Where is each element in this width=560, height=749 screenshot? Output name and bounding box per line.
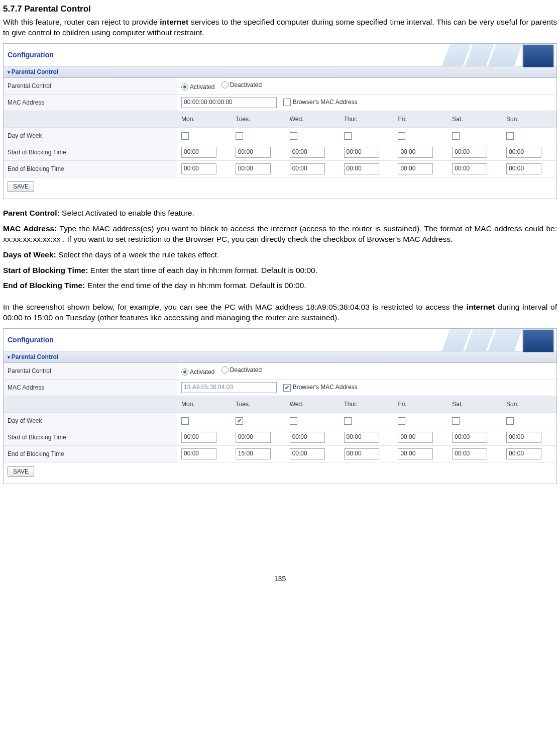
end-tue[interactable]: 00:00	[236, 163, 271, 174]
mac-input[interactable]: 18:A9:05:38:04:03	[181, 382, 277, 393]
radio-activated[interactable]: Activated	[181, 368, 214, 376]
dow-check-fri[interactable]	[398, 132, 405, 140]
start-thu[interactable]: 00:00	[344, 432, 379, 443]
row-label-end: End of Blocking Time	[4, 446, 177, 462]
end-mon[interactable]: 00:00	[181, 448, 216, 459]
dow-check-fri[interactable]	[398, 417, 405, 425]
end-sat[interactable]: 00:00	[452, 163, 487, 174]
browser-mac-checkbox[interactable]	[283, 99, 291, 106]
start-sat[interactable]: 00:00	[452, 147, 487, 158]
end-sat[interactable]: 00:00	[452, 448, 487, 459]
start-sun[interactable]: 00:00	[506, 432, 541, 443]
para-start-label: Start of Blocking Time:	[3, 266, 88, 274]
dow-check-mon[interactable]	[181, 417, 189, 425]
intro-bold-internet: internet	[160, 18, 188, 26]
start-tue[interactable]: 00:00	[236, 432, 271, 443]
radio-activated[interactable]: Activated	[181, 83, 214, 90]
intro-text-a: With this feature, router can reject to …	[3, 18, 160, 26]
config-title: Configuration	[8, 51, 54, 59]
start-fri[interactable]: 00:00	[398, 147, 433, 158]
end-fri[interactable]: 00:00	[398, 163, 433, 174]
header-art	[449, 44, 554, 66]
day-head-sun: Sun.	[502, 111, 556, 127]
day-header-blank	[4, 111, 177, 127]
start-sat[interactable]: 00:00	[452, 432, 487, 443]
section-bar[interactable]: Parental Control	[4, 351, 556, 363]
dow-check-thu[interactable]	[344, 417, 352, 425]
para-end-label: End of Blocking Time:	[3, 281, 85, 290]
para-end-text: Enter the end time of the day in hh:mm f…	[85, 281, 306, 290]
start-fri[interactable]: 00:00	[398, 432, 433, 443]
config-title: Configuration	[8, 336, 54, 344]
end-wed[interactable]: 00:00	[290, 163, 325, 174]
browser-mac-checkbox[interactable]: ✔	[283, 384, 291, 392]
dow-check-sat[interactable]	[452, 132, 460, 140]
day-head-sat: Sat.	[448, 396, 502, 413]
example-bold-internet: internet	[467, 303, 495, 311]
start-sun[interactable]: 00:00	[506, 147, 541, 158]
day-head-thu: Thur.	[340, 396, 394, 413]
day-head-mon: Mon.	[177, 396, 232, 413]
dow-check-wed[interactable]	[290, 132, 297, 140]
day-head-wed: Wed.	[286, 396, 340, 413]
day-head-thu: Thur.	[340, 111, 394, 127]
dow-check-sat[interactable]	[452, 417, 460, 425]
day-header-blank	[4, 396, 177, 413]
start-mon[interactable]: 00:00	[181, 147, 216, 158]
end-wed[interactable]: 00:00	[290, 448, 325, 459]
dow-check-mon[interactable]	[181, 132, 189, 140]
row-label-mac: MAC Address	[4, 380, 177, 396]
browser-mac-label: Browser's MAC Address	[293, 384, 358, 391]
para-dow-text: Select the days of a week the rule takes…	[56, 250, 219, 259]
end-thu[interactable]: 00:00	[344, 448, 379, 459]
save-button[interactable]: SAVE	[8, 181, 34, 192]
dow-check-sun[interactable]	[506, 132, 514, 140]
day-head-fri: Fri.	[394, 111, 448, 127]
para-dow: Days of Week: Select the days of a week …	[3, 250, 557, 260]
example-text-a: In the screenshot shown below, for examp…	[3, 303, 467, 311]
dow-check-tue[interactable]: ✔	[236, 417, 243, 425]
day-head-wed: Wed.	[286, 111, 340, 127]
header-art	[449, 329, 554, 351]
dow-check-thu[interactable]	[344, 132, 352, 140]
start-thu[interactable]: 00:00	[344, 147, 379, 158]
page-number: 135	[3, 575, 557, 583]
row-label-dow: Day of Week	[4, 127, 177, 144]
radio-deactivated[interactable]: Deactivated	[221, 81, 262, 88]
config-panel-2: Configuration Parental Control Parental …	[3, 328, 557, 484]
end-fri[interactable]: 00:00	[398, 448, 433, 459]
row-label-parental-control: Parental Control	[4, 363, 177, 380]
day-head-tue: Tues.	[232, 396, 286, 413]
start-mon[interactable]: 00:00	[181, 432, 216, 443]
para-pc-label: Parent Control:	[3, 209, 60, 217]
dow-check-tue[interactable]	[236, 132, 243, 140]
radio-deactivated[interactable]: Deactivated	[221, 366, 262, 373]
section-bar[interactable]: Parental Control	[4, 66, 556, 78]
browser-mac-label: Browser's MAC Address	[293, 99, 358, 106]
row-label-start: Start of Blocking Time	[4, 144, 177, 160]
dow-check-wed[interactable]	[290, 417, 297, 425]
example-paragraph: In the screenshot shown below, for examp…	[3, 302, 557, 323]
end-sun[interactable]: 00:00	[506, 163, 541, 174]
mac-input[interactable]: 00:00:00:00:00:00	[181, 97, 277, 108]
panel-header: Configuration	[4, 329, 556, 351]
end-thu[interactable]: 00:00	[344, 163, 379, 174]
save-button[interactable]: SAVE	[8, 466, 34, 477]
start-tue[interactable]: 00:00	[236, 147, 271, 158]
radio-activated-label: Activated	[190, 83, 214, 90]
end-tue[interactable]: 15:00	[236, 448, 271, 459]
start-wed[interactable]: 00:00	[290, 432, 325, 443]
dow-check-sun[interactable]	[506, 417, 514, 425]
day-head-tue: Tues.	[232, 111, 286, 127]
para-mac-label: MAC Address:	[3, 224, 57, 233]
end-mon[interactable]: 00:00	[181, 163, 216, 174]
para-mac-text: Type the MAC address(es) you want to blo…	[3, 224, 557, 243]
day-head-fri: Fri.	[394, 396, 448, 413]
row-label-end: End of Blocking Time	[4, 160, 177, 177]
para-start: Start of Blocking Time: Enter the start …	[3, 265, 557, 276]
day-head-mon: Mon.	[177, 111, 232, 127]
day-head-sat: Sat.	[448, 111, 502, 127]
para-mac: MAC Address: Type the MAC address(es) yo…	[3, 224, 557, 245]
start-wed[interactable]: 00:00	[290, 147, 325, 158]
end-sun[interactable]: 00:00	[506, 448, 541, 459]
